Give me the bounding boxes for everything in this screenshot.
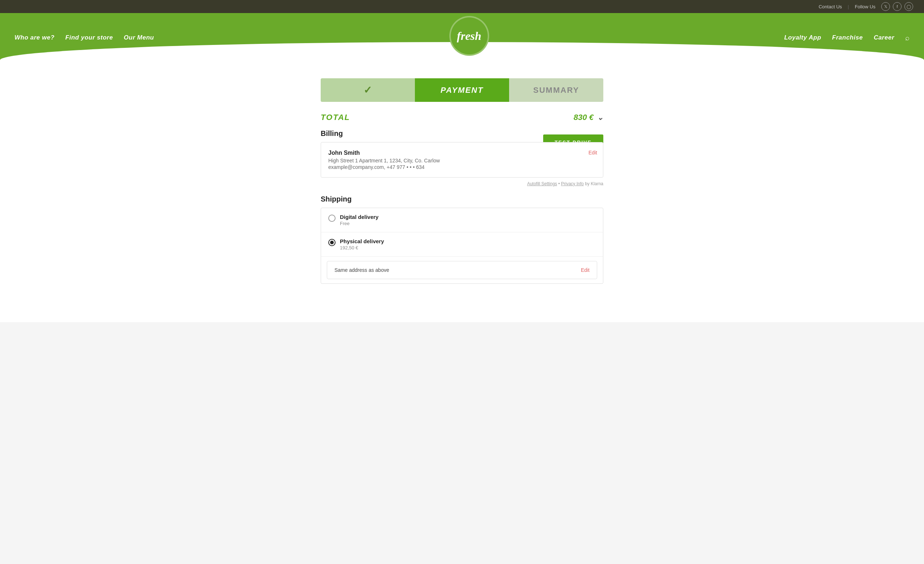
digital-delivery-info: Digital delivery Free: [340, 214, 379, 226]
physical-delivery-price: 192,50 €: [340, 245, 384, 250]
step-summary-label: SUMMARY: [533, 86, 579, 95]
page-body: ✓ PAYMENT SUMMARY TOTAL 830 € ⌄ TEST DRI…: [0, 64, 924, 322]
nav-who-are-we[interactable]: Who are we?: [15, 34, 54, 41]
billing-address: High Street 1 Apartment 1, 1234, City, C…: [328, 158, 596, 164]
instagram-icon[interactable]: ◯: [904, 2, 913, 11]
physical-delivery-info: Physical delivery 192,50 €: [340, 238, 384, 250]
twitter-icon[interactable]: 𝕏: [881, 2, 890, 11]
header: Who are we? Find your store Our Menu fre…: [0, 13, 924, 64]
total-row: TOTAL 830 € ⌄: [321, 113, 603, 122]
shipping-options-box: Digital delivery Free Physical delivery …: [321, 208, 603, 284]
logo-text: fresh: [457, 29, 482, 43]
same-address-text: Same address as above: [334, 267, 389, 273]
steps-container: ✓ PAYMENT SUMMARY: [314, 64, 610, 102]
same-address-box: Same address as above Edit: [327, 261, 597, 279]
klarna-label: Klarna: [591, 181, 603, 186]
nav-links-left: Who are we? Find your store Our Menu: [15, 34, 154, 41]
shipping-option-physical-wrapper: Physical delivery 192,50 € Same address …: [321, 232, 603, 279]
billing-contact: example@company.com, +47 977 • • • 634: [328, 164, 596, 170]
social-icons: 𝕏 f ◯: [881, 2, 913, 11]
radio-dot: [330, 241, 334, 244]
main-nav: Who are we? Find your store Our Menu fre…: [15, 13, 909, 56]
nav-our-menu[interactable]: Our Menu: [124, 34, 154, 41]
step-summary[interactable]: SUMMARY: [509, 78, 603, 102]
klarna-separator: •: [558, 181, 560, 186]
physical-delivery-label: Physical delivery: [340, 238, 384, 244]
klarna-by-label: by: [585, 181, 590, 186]
nav-find-store[interactable]: Find your store: [65, 34, 113, 41]
shipping-option-physical[interactable]: Physical delivery 192,50 €: [321, 232, 603, 256]
total-label: TOTAL: [321, 113, 350, 122]
shipping-option-digital[interactable]: Digital delivery Free: [321, 208, 603, 232]
step-payment[interactable]: PAYMENT: [415, 78, 509, 102]
shipping-title: Shipping: [321, 195, 603, 203]
same-address-edit-link[interactable]: Edit: [581, 267, 590, 273]
billing-edit-link[interactable]: Edit: [588, 150, 597, 156]
privacy-info-link[interactable]: Privacy Info: [561, 181, 584, 186]
steps-bar: ✓ PAYMENT SUMMARY: [321, 78, 603, 102]
top-bar: Contact Us | Follow Us 𝕏 f ◯: [0, 0, 924, 13]
follow-us-label: Follow Us: [855, 4, 876, 9]
facebook-icon[interactable]: f: [893, 2, 902, 11]
search-icon[interactable]: ⌕: [905, 34, 909, 42]
nav-franchise[interactable]: Franchise: [832, 34, 863, 41]
klarna-info: Autofill Settings • Privacy Info by Klar…: [321, 181, 603, 186]
nav-career[interactable]: Career: [874, 34, 894, 41]
content-area: TOTAL 830 € ⌄ TEST DRIVE Billing Edit Jo…: [314, 102, 610, 300]
total-amount: 830 € ⌄: [574, 113, 603, 122]
digital-delivery-label: Digital delivery: [340, 214, 379, 220]
step-payment-label: PAYMENT: [441, 86, 483, 95]
nav-links-right: Loyalty App Franchise Career ⌕: [784, 34, 909, 42]
checkmark-icon: ✓: [363, 84, 372, 96]
digital-delivery-price: Free: [340, 221, 379, 226]
physical-delivery-radio[interactable]: [328, 239, 336, 246]
billing-box: Edit John Smith High Street 1 Apartment …: [321, 142, 603, 178]
shipping-section: Shipping Digital delivery Free: [321, 195, 603, 284]
logo[interactable]: fresh: [449, 16, 489, 56]
total-value: 830 €: [574, 113, 594, 122]
separator: |: [848, 4, 849, 9]
autofill-settings-link[interactable]: Autofill Settings: [527, 181, 557, 186]
nav-loyalty-app[interactable]: Loyalty App: [784, 34, 821, 41]
billing-name: John Smith: [328, 150, 596, 156]
step-done: ✓: [321, 78, 415, 102]
contact-us-link[interactable]: Contact Us: [819, 4, 842, 9]
digital-delivery-radio[interactable]: [328, 214, 336, 222]
chevron-down-icon[interactable]: ⌄: [597, 113, 603, 122]
